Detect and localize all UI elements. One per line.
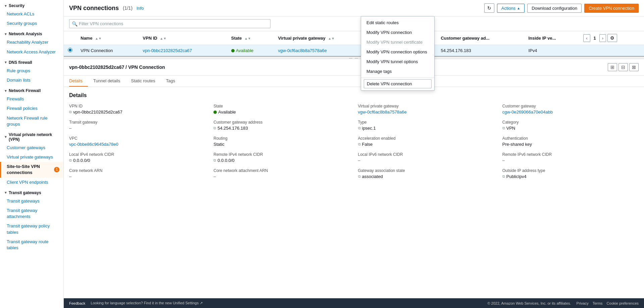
value-type: ⧉ ipsec.1: [358, 126, 494, 131]
footer-link-terms[interactable]: Terms: [593, 301, 603, 305]
col-virtual-private-gateway[interactable]: Virtual private gateway ▲▼: [274, 31, 374, 45]
detail-view-btn-3[interactable]: ⊠: [629, 63, 639, 71]
footer-link-privacy[interactable]: Privacy: [577, 301, 589, 305]
sidebar-item-transit-gateways[interactable]: Transit gateways: [0, 196, 63, 206]
value-gateway-association-state: ⧉ associated: [358, 174, 494, 179]
dropdown-modify-vpn-connection-options[interactable]: Modify VPN connection options: [361, 47, 434, 57]
chevron-down-icon: ▼: [4, 60, 7, 64]
search-input[interactable]: [69, 19, 270, 28]
sidebar-item-virtual-private-gateways[interactable]: Virtual private gateways: [0, 152, 63, 162]
table-settings-button[interactable]: ⚙: [607, 34, 617, 42]
copy-icon[interactable]: ⧉: [502, 126, 505, 130]
copy-icon[interactable]: ⧉: [69, 158, 72, 163]
prev-page-button[interactable]: ‹: [583, 34, 590, 42]
value-virtual-private-gateway: vgw-0cf6ac8b8a7578a6e: [358, 109, 494, 115]
create-vpn-connection-button[interactable]: Create VPN connection: [584, 4, 639, 13]
label-routing: Routing: [213, 136, 350, 141]
sidebar-item-client-vpn-endpoints[interactable]: Client VPN endpoints: [0, 178, 63, 187]
footer-link-cookie-preferences[interactable]: Cookie preferences: [607, 301, 639, 305]
sidebar-item-network-firewall-rule-groups[interactable]: Network Firewall rule groups: [0, 114, 63, 129]
sidebar-item-reachability-analyzer[interactable]: Reachability Analyzer: [0, 38, 63, 47]
sidebar-item-domain-lists[interactable]: Domain lists: [0, 76, 63, 85]
detail-view-btn-2[interactable]: ⊟: [618, 63, 628, 71]
tab-details[interactable]: Details: [69, 76, 88, 87]
sort-icon: ▲▼: [95, 37, 102, 40]
dropdown-edit-static-routes[interactable]: Edit static routes: [361, 18, 434, 28]
tab-static-routes[interactable]: Static routes: [131, 76, 160, 87]
row-state: Available: [227, 45, 274, 56]
page-count: (1/1): [123, 5, 133, 11]
feedback-link[interactable]: Feedback: [69, 301, 85, 305]
sidebar-section-vpn[interactable]: ▼ Virtual private network (VPN): [0, 129, 63, 143]
footer: Feedback Looking for language selection?…: [64, 298, 644, 308]
dropdown-delete-vpn-connection[interactable]: Delete VPN connection: [364, 79, 432, 88]
col-name[interactable]: Name ▲▼: [77, 31, 139, 45]
copy-icon[interactable]: ⧉: [358, 174, 361, 179]
row-inside-ip-version: IPv4: [524, 45, 579, 56]
col-customer-gateway-address[interactable]: Customer gateway ad...: [437, 31, 524, 45]
sidebar-item-network-access-analyzer[interactable]: Network Access Analyzer: [0, 47, 63, 57]
label-remote-ipv6-cidr: Remote IPv6 network CIDR: [502, 152, 639, 157]
row-vpn-id[interactable]: vpn-0bbc2102825d2ca67: [139, 45, 227, 56]
detail-tabs: Details Tunnel details Static routes Tag…: [64, 76, 644, 87]
col-state[interactable]: State ▲▼: [227, 31, 274, 45]
resize-handle[interactable]: — —: [64, 56, 644, 59]
sidebar-item-site-to-site-vpn[interactable]: Site-to-Site VPN connections 1: [0, 162, 63, 177]
sidebar-section-dns-firewall-label: DNS firewall: [9, 60, 32, 65]
sidebar-item-transit-gateway-attachments[interactable]: Transit gateway attachments: [0, 206, 63, 221]
table-row[interactable]: VPN Connection vpn-0bbc2102825d2ca67 Ava…: [64, 45, 644, 56]
external-link-icon[interactable]: ↗: [200, 301, 203, 305]
page-number: 1: [592, 36, 598, 41]
sidebar-item-transit-gateway-route-tables[interactable]: Transit gateway route tables: [0, 237, 63, 253]
tab-tags[interactable]: Tags: [166, 76, 180, 87]
label-local-ipv6-cidr: Local IPv6 network CIDR: [358, 152, 494, 157]
label-state: State: [213, 104, 350, 108]
sidebar-item-security-groups[interactable]: Security groups: [0, 19, 63, 28]
sidebar-item-rule-groups[interactable]: Rule groups: [0, 66, 63, 76]
sidebar-section-network-analysis[interactable]: ▼ Network Analysis: [0, 28, 63, 38]
sidebar-item-firewalls[interactable]: Firewalls: [0, 94, 63, 104]
sidebar-section-network-firewall[interactable]: ▼ Network Firewall: [0, 85, 63, 94]
col-inside-ip-version[interactable]: Inside IP ve...: [524, 31, 579, 45]
dropdown-modify-vpn-connection[interactable]: Modify VPN connection: [361, 28, 434, 37]
sidebar-section-transit-gateways[interactable]: ▼ Transit gateways: [0, 187, 63, 196]
dropdown-modify-vpn-tunnel-options[interactable]: Modify VPN tunnel options: [361, 57, 434, 67]
label-authentication: Authentication: [502, 136, 639, 141]
sort-icon: ▲▼: [160, 37, 166, 40]
sidebar-item-network-acls[interactable]: Network ACLs: [0, 9, 63, 19]
copy-icon[interactable]: ⧉: [502, 174, 505, 179]
state-icon: [213, 111, 217, 114]
copy-icon[interactable]: ⧉: [213, 126, 216, 130]
field-authentication: Authentication Pre-shared key: [502, 136, 639, 147]
copy-icon[interactable]: ⧉: [69, 110, 72, 114]
value-acceleration-enabled: ⧉ False: [358, 142, 494, 147]
row-radio[interactable]: [64, 45, 77, 56]
row-virtual-private-gateway[interactable]: vgw-0cf6ac8b8a7578a6e: [274, 45, 374, 56]
value-remote-ipv6-cidr: –: [502, 158, 639, 163]
label-vpc: VPC: [69, 136, 205, 141]
sidebar-item-customer-gateways[interactable]: Customer gateways: [0, 143, 63, 152]
detail-view-btn-1[interactable]: ⊞: [608, 63, 617, 71]
actions-button[interactable]: Actions ▲: [497, 4, 525, 13]
sidebar-item-transit-gateway-policy-tables[interactable]: Transit gateway policy tables: [0, 221, 63, 237]
next-page-button[interactable]: ›: [599, 34, 606, 42]
sidebar-section-security-label: Security: [9, 3, 24, 8]
field-customer-gateway-address: Customer gateway address ⧉ 54.254.176.18…: [213, 120, 350, 131]
refresh-button[interactable]: ↻: [484, 3, 494, 13]
copy-icon[interactable]: ⧉: [358, 126, 361, 130]
label-core-network-attachment-arn: Core network attachment ARN: [213, 168, 350, 173]
info-link[interactable]: Info: [137, 6, 144, 11]
tab-tunnel-details[interactable]: Tunnel details: [93, 76, 126, 87]
copy-icon[interactable]: ⧉: [358, 142, 361, 146]
label-type: Type: [358, 120, 494, 125]
sidebar-item-firewall-policies[interactable]: Firewall policies: [0, 104, 63, 113]
field-vpc: VPC vpc-0bbe86c9645da78e0: [69, 136, 205, 147]
sidebar-section-security[interactable]: ▼ Security: [0, 0, 63, 9]
col-vpn-id[interactable]: VPN ID ▲▼: [139, 31, 227, 45]
copy-icon[interactable]: ⧉: [213, 158, 216, 163]
dropdown-manage-tags[interactable]: Manage tags: [361, 67, 434, 76]
download-configuration-button[interactable]: Download configuration: [527, 4, 582, 13]
field-remote-ipv6-cidr: Remote IPv6 network CIDR –: [502, 152, 639, 163]
sidebar-section-dns-firewall[interactable]: ▼ DNS firewall: [0, 57, 63, 66]
detail-breadcrumb: vpn-0bbc2102825d2ca67 / VPN Connection: [69, 64, 165, 70]
